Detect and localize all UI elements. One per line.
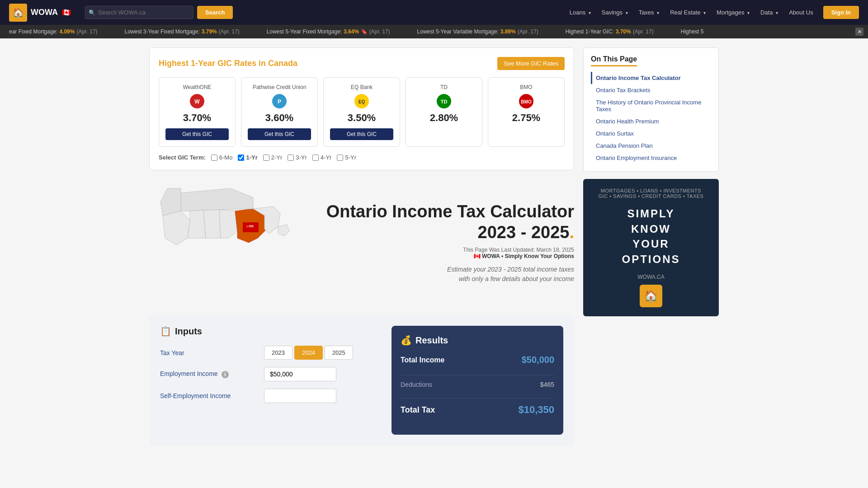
total-tax-row: Total Tax $10,350 [401, 404, 554, 420]
deductions-value: $465 [540, 381, 554, 388]
svg-text:TD: TD [441, 99, 448, 104]
gic-rate-eq: 3.50% [330, 112, 393, 124]
total-tax-value: $10,350 [518, 404, 554, 416]
gic-term-row: Select GIC Term: 6-Mo 1-Yr 2-Yr 3-Yr 4-Y… [159, 154, 565, 161]
calc-main-title: Ontario Income Tax Calculator 2023 - 202… [303, 202, 574, 243]
nav-link-loans[interactable]: Loans ▾ [565, 6, 595, 19]
gic-btn-wealthone[interactable]: Get this GIC [165, 128, 229, 140]
gic-logo-bmo: BMO [519, 94, 533, 108]
on-this-page-panel: On This Page Ontario Income Tax Calculat… [583, 47, 719, 172]
tax-year-row: Tax Year 2023 2024 2025 [160, 346, 382, 360]
gic-card-eqbank: EQ Bank EQ 3.50% Get this GIC [323, 77, 400, 147]
employment-income-input[interactable] [264, 367, 336, 381]
gic-bank-name-td: TD [412, 84, 476, 90]
search-container: Search [85, 6, 233, 19]
total-income-value: $50,000 [522, 355, 554, 365]
ticker-bar: ear Fixed Mortgage: 4.09% (Apr. 17) Lowe… [0, 25, 868, 38]
ticker-item-1: ear Fixed Mortgage: 4.09% (Apr. 17) [9, 28, 97, 35]
nav-link-data[interactable]: Data ▾ [756, 6, 783, 19]
ticker-item-6: Highest 5 [681, 28, 704, 35]
see-more-gic-button[interactable]: See More GIC Rates [497, 57, 565, 70]
canada-map: 🍁 ON [149, 179, 294, 306]
svg-text:EQ: EQ [359, 99, 365, 104]
gic-btn-pathwise[interactable]: Get this GIC [248, 128, 311, 140]
term-4yr[interactable]: 4-Yr [312, 154, 332, 161]
term-6mo[interactable]: 6-Mo [211, 154, 233, 161]
gic-logo-eq: EQ [354, 94, 369, 108]
gic-card-bmo: BMO BMO 2.75% [488, 77, 565, 147]
sidebar-item-surtax[interactable]: Ontario Surtax [591, 127, 711, 140]
self-employment-row: Self-Employment Income [160, 389, 382, 403]
ticker-item-5: Highest 1-Year GIC: 3.70% (Apr. 17) [566, 28, 654, 35]
calculator-panel: 📋 Inputs Tax Year 2023 2024 2025 Employm… [149, 315, 574, 446]
sidebar-item-brackets[interactable]: Ontario Tax Brackets [591, 84, 711, 96]
results-box: 💰 Results Total Income $50,000 Deduction… [392, 326, 563, 435]
self-employment-input[interactable] [264, 389, 336, 403]
results-title: 💰 Results [401, 335, 554, 346]
sidebar-item-health-premium[interactable]: Ontario Health Premium [591, 115, 711, 127]
ticker-inner: ear Fixed Mortgage: 4.09% (Apr. 17) Lowe… [0, 28, 868, 35]
deductions-label: Deductions [401, 381, 432, 388]
gic-logo-td: TD [437, 94, 451, 108]
svg-text:P: P [278, 99, 281, 105]
calc-updated: This Page Was Last Updated: March 18, 20… [303, 247, 574, 259]
nav-link-mortgages[interactable]: Mortgages ▾ [712, 6, 754, 19]
gic-cards: WealthONE W 3.70% Get this GIC Pathwise … [159, 77, 565, 147]
sign-in-button[interactable]: Sign In [823, 6, 859, 19]
search-input[interactable] [85, 6, 193, 19]
gic-logo-pathwise: P [272, 94, 287, 108]
gic-rate-pathwise: 3.60% [248, 112, 311, 124]
year-group: 2023 2024 2025 [264, 346, 353, 360]
gic-rate-wealthone: 3.70% [165, 112, 229, 124]
term-2yr[interactable]: 2-Yr [263, 154, 283, 161]
gic-card-pathwise: Pathwise Credit Union P 3.60% Get this G… [241, 77, 318, 147]
inputs-box: 📋 Inputs Tax Year 2023 2024 2025 Employm… [160, 326, 382, 435]
canada-flag-icon: 🇨🇦 [61, 9, 71, 16]
sidebar-ad: MORTGAGES • LOANS • INVESTMENTSGIC • SAV… [583, 179, 719, 316]
term-5yr[interactable]: 5-Yr [337, 154, 356, 161]
gic-section: Highest 1-Year GIC Rates in Canada See M… [149, 47, 574, 170]
ticker-close-button[interactable]: ✕ [855, 28, 863, 36]
gic-title: Highest 1-Year GIC Rates in Canada [159, 59, 297, 68]
employment-income-info-icon[interactable]: ℹ [222, 371, 229, 378]
gic-term-label: Select GIC Term: [159, 154, 206, 161]
canada-map-svg: 🍁 ON [149, 179, 294, 306]
nav-link-savings[interactable]: Savings ▾ [597, 6, 632, 19]
svg-text:ON: ON [249, 225, 254, 228]
svg-text:BMO: BMO [521, 99, 532, 104]
ticker-item-3: Lowest 5-Year Fixed Mortgage: 3.64% 🔖 (A… [267, 28, 390, 35]
sidebar-item-ei[interactable]: Ontario Employment Insurance [591, 152, 711, 164]
nav-link-about[interactable]: About Us [784, 6, 817, 19]
employment-income-row: Employment Income ℹ [160, 367, 382, 381]
nav-link-realestate[interactable]: Real Estate ▾ [665, 6, 710, 19]
content-area: Highest 1-Year GIC Rates in Canada See M… [149, 47, 574, 446]
result-divider-2 [401, 398, 554, 399]
gic-logo-wealthone: W [190, 94, 204, 108]
gic-bank-name-pathwise: Pathwise Credit Union [248, 84, 311, 90]
term-3yr[interactable]: 3-Yr [288, 154, 307, 161]
sidebar-item-cpp[interactable]: Canada Pension Plan [591, 140, 711, 152]
term-1yr[interactable]: 1-Yr [238, 154, 257, 161]
gic-btn-eq[interactable]: Get this GIC [330, 128, 393, 140]
calc-description: Estimate your 2023 - 2025 total income t… [303, 265, 574, 284]
calc-title-area: Ontario Income Tax Calculator 2023 - 202… [303, 202, 574, 283]
search-wrapper [85, 6, 193, 19]
ad-logo-icon: 🏠 [640, 285, 662, 307]
sidebar-item-calculator[interactable]: Ontario Income Tax Calculator [591, 72, 711, 84]
nav-link-taxes[interactable]: Taxes ▾ [634, 6, 664, 19]
year-2025-button[interactable]: 2025 [325, 346, 353, 360]
ticker-item-2: Lowest 3-Year Fixed Mortgage: 3.79% (Apr… [124, 28, 239, 35]
total-tax-label: Total Tax [401, 405, 435, 415]
year-2023-button[interactable]: 2023 [264, 346, 292, 360]
sidebar-item-history[interactable]: The History of Ontario Provincial Income… [591, 96, 711, 115]
brand-name: WOWA [31, 8, 58, 17]
search-button[interactable]: Search [197, 6, 233, 19]
year-2024-button[interactable]: 2024 [294, 346, 323, 360]
gic-bank-name-eq: EQ Bank [330, 84, 393, 90]
total-income-label: Total Income [401, 356, 445, 364]
on-this-page-title: On This Page [591, 55, 637, 66]
ad-main-text: SIMPLYKNOWYOUROPTIONS [592, 206, 710, 267]
total-income-row: Total Income $50,000 [401, 355, 554, 370]
navbar: 🏠 WOWA 🇨🇦 Search Loans ▾ Savings ▾ Taxes… [0, 0, 868, 25]
gic-rate-bmo: 2.75% [495, 112, 558, 124]
